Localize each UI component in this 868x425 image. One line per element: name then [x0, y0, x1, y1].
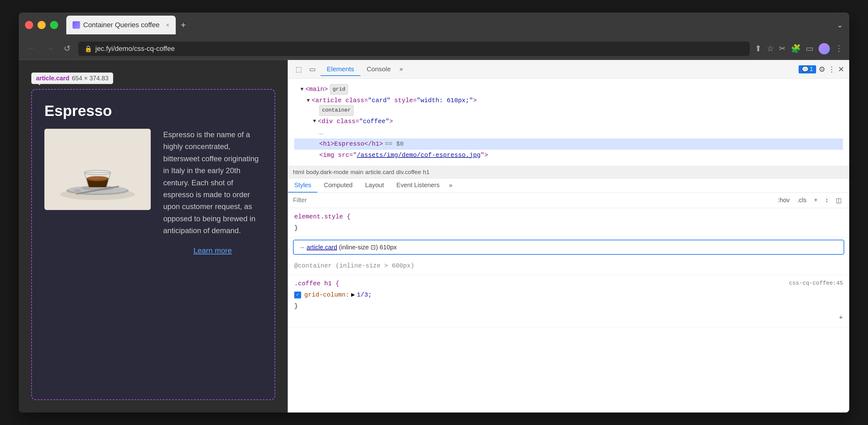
card-container: Espresso — [31, 89, 275, 400]
grid-badge[interactable]: grid — [330, 84, 348, 95]
tab-styles[interactable]: Styles — [288, 178, 317, 193]
tab-title: Container Queries coffee — [83, 21, 159, 29]
notification-badge[interactable]: 💬 1 — [799, 65, 816, 73]
rule-arrow: → — [299, 244, 305, 251]
add-style-button[interactable]: + — [811, 195, 820, 205]
cast-icon[interactable]: ▭ — [806, 44, 814, 54]
breadcrumb-html[interactable]: html — [293, 169, 304, 176]
breadcrumb-body[interactable]: body.dark-mode — [306, 169, 349, 176]
url-text: jec.fyi/demo/css-cq-coffee — [95, 45, 175, 53]
page-content: article.card 654 × 374.83 Espresso — [19, 60, 288, 413]
tab-event-listeners[interactable]: Event Listeners — [390, 178, 446, 193]
expand-triangle: ▼ — [313, 117, 316, 126]
share-icon[interactable]: ⬆ — [755, 44, 762, 54]
at-container-rule: @container (inline-size > 600px) — [288, 257, 849, 275]
tab-console[interactable]: Console — [361, 63, 397, 76]
tooltip-tag: article.card — [36, 75, 69, 82]
svg-point-10 — [85, 170, 111, 175]
container-query-rule[interactable]: → article.card (inline-size ⊡) 610px — [293, 240, 844, 255]
collapse-button[interactable]: ⌄ — [837, 21, 843, 29]
lock-icon: 🔒 — [85, 45, 92, 53]
styles-filter-input[interactable] — [293, 197, 770, 204]
tab-elements[interactable]: Elements — [320, 63, 361, 76]
format-button[interactable]: ↕ — [823, 195, 831, 205]
styles-filter-bar: :hov .cls + ↕ ◫ — [288, 193, 849, 208]
rule-condition: (inline-size ⊡) 610px — [339, 244, 397, 251]
card-title: Espresso — [44, 102, 262, 119]
hov-filter-button[interactable]: :hov — [775, 195, 792, 205]
menu-icon[interactable]: ⋮ — [835, 44, 843, 54]
address-actions: ⬆ ☆ ✂ 🧩 ▭ ⋮ — [755, 43, 843, 54]
expand-triangle: ▼ — [301, 85, 304, 94]
devtools-close-button[interactable]: ✕ — [838, 65, 844, 74]
cut-icon[interactable]: ✂ — [779, 44, 786, 54]
breadcrumb-article[interactable]: article.card — [365, 169, 394, 176]
filter-actions: :hov .cls + ↕ ◫ — [775, 195, 844, 205]
devtools-panel: ⬚ ▭ Elements Console » 💬 1 — [288, 60, 849, 413]
kebab-menu-icon: ⋮ — [828, 65, 835, 73]
espresso-image — [44, 129, 151, 210]
breadcrumb-div[interactable]: div.coffee — [396, 169, 421, 176]
expand-triangle: ▼ — [307, 96, 310, 105]
rule-selector-link[interactable]: article.card — [307, 244, 337, 251]
dom-h1-line[interactable]: <h1>Espresso</h1> == $0 — [294, 138, 843, 150]
minimize-traffic-light[interactable] — [37, 21, 45, 29]
back-button[interactable]: ← — [25, 41, 38, 56]
more-style-tabs[interactable]: » — [446, 178, 456, 193]
address-bar: ← → ↺ 🔒 jec.fyi/demo/css-cq-coffee ⬆ ☆ ✂… — [19, 37, 849, 60]
tab-close-button[interactable]: × — [166, 22, 169, 29]
styles-tabs: Styles Computed Layout Event Listeners » — [288, 178, 849, 193]
css-prop-line: ✓ grid-column: ▶ 1/3; — [294, 289, 843, 301]
dom-article-badge-line: container — [294, 105, 843, 116]
element-tooltip: article.card 654 × 374.83 — [31, 72, 113, 84]
tab-layout[interactable]: Layout — [359, 178, 390, 193]
devtools-tabs: Elements Console » — [320, 63, 796, 76]
dom-article-line[interactable]: ▼ <article class="card" style="width: 61… — [294, 95, 843, 106]
forward-button[interactable]: → — [43, 41, 56, 56]
inspect-element-button[interactable]: ⬚ — [293, 64, 304, 75]
rule-selector: element.style { — [294, 211, 843, 223]
element-style-rule: element.style { } — [288, 208, 849, 237]
toggle-button[interactable]: ◫ — [833, 195, 844, 205]
container-badge[interactable]: container — [319, 105, 354, 116]
cls-filter-button[interactable]: .cls — [795, 195, 809, 205]
close-icon: ✕ — [838, 65, 844, 73]
svg-point-8 — [87, 176, 108, 180]
more-tabs-button[interactable]: » — [397, 63, 406, 76]
traffic-lights — [25, 21, 58, 29]
coffee-h1-rule: .coffee h1 { css-cq-coffee:45 ✓ grid-col… — [288, 275, 849, 328]
inspect-icon: ⬚ — [296, 65, 302, 73]
dom-img-line[interactable]: <img src="/assets/img/demo/cof-espresso.… — [294, 150, 843, 161]
address-input[interactable]: 🔒 jec.fyi/demo/css-cq-coffee — [78, 41, 750, 56]
breadcrumb-h1[interactable]: h1 — [423, 169, 429, 176]
browser-window: Container Queries coffee × + ⌄ ← → ↺ 🔒 j… — [19, 12, 849, 413]
dom-tree: ▼ <main> grid ▼ <article class="card" st… — [288, 79, 849, 166]
learn-more-link[interactable]: Learn more — [163, 246, 262, 255]
device-mode-button[interactable]: ▭ — [307, 64, 318, 75]
breadcrumb-main[interactable]: main — [350, 169, 363, 176]
dom-main-line[interactable]: ▼ <main> grid — [294, 84, 843, 95]
add-property-button[interactable]: + — [294, 312, 843, 324]
title-bar: Container Queries coffee × + ⌄ — [19, 12, 849, 37]
styles-panel: Styles Computed Layout Event Listeners »… — [288, 178, 849, 413]
tab-computed[interactable]: Computed — [317, 178, 359, 193]
css-source[interactable]: css-cq-coffee:45 — [789, 278, 843, 289]
active-tab[interactable]: Container Queries coffee × — [66, 15, 176, 34]
extensions-icon[interactable]: 🧩 — [791, 44, 801, 54]
maximize-traffic-light[interactable] — [50, 21, 58, 29]
profile-avatar[interactable] — [818, 43, 830, 54]
notification-count: 1 — [810, 66, 813, 72]
dom-div-line[interactable]: ▼ <div class="coffee"> — [294, 116, 843, 127]
content-area: article.card 654 × 374.83 Espresso — [19, 60, 849, 413]
tab-bar: Container Queries coffee × + — [66, 15, 832, 34]
settings-button[interactable]: ⚙ — [818, 65, 826, 74]
refresh-button[interactable]: ↺ — [61, 41, 73, 56]
bookmark-icon[interactable]: ☆ — [767, 44, 774, 54]
coffee-h1-selector: .coffee h1 { — [294, 278, 339, 289]
devtools-menu-button[interactable]: ⋮ — [828, 65, 835, 74]
close-traffic-light[interactable] — [25, 21, 33, 29]
chat-icon: 💬 — [802, 66, 809, 73]
new-tab-button[interactable]: + — [178, 18, 188, 33]
device-icon: ▭ — [309, 65, 316, 73]
prop-checkbox[interactable]: ✓ — [294, 292, 301, 298]
